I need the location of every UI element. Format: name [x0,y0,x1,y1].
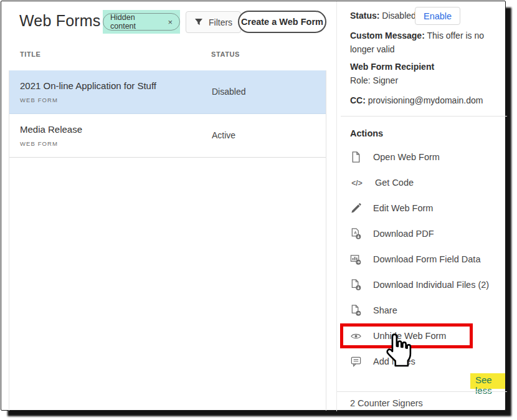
filters-button[interactable]: Filters [186,11,241,33]
action-label: Download PDF [373,229,434,239]
action-open-web-form[interactable]: Open Web Form [350,151,489,163]
column-header-title: TITLE [20,50,41,58]
code-icon: </> [350,176,364,189]
counter-signers-link[interactable]: 2 Counter Signers [350,398,423,408]
table-row[interactable]: Media Release WEB FORM Active [9,114,326,158]
cc-label: CC: [350,95,366,105]
filter-chip-highlight: Hidden content × [103,10,180,34]
action-get-code[interactable]: </> Get Code [350,176,489,189]
action-label: Download Individual Files (2) [373,280,489,290]
download-files-icon [350,279,362,291]
create-web-form-label: Create a Web Form [241,17,323,27]
action-edit-web-form[interactable]: Edit Web Form [350,202,489,214]
role-line: Role: Signer [350,75,398,85]
chip-close-icon[interactable]: × [168,18,173,26]
action-share[interactable]: Share [350,304,489,317]
actions-heading: Actions [350,128,383,138]
see-less-link[interactable]: See less [470,373,505,389]
hand-cursor-icon [383,332,412,375]
row-type-label: WEB FORM [20,140,58,147]
divider [341,116,507,117]
share-icon [350,304,362,317]
row-title: Media Release [20,124,82,135]
action-label: Share [373,305,397,315]
form-field-data-icon [350,253,362,265]
action-download-individual-files[interactable]: Download Individual Files (2) [350,279,489,291]
custom-message-label: Custom Message: [350,31,425,41]
action-download-form-field-data[interactable]: Download Form Field Data [350,253,489,265]
status-line: Status: Disabled [350,11,416,21]
action-add-notes[interactable]: Add Notes [350,355,489,368]
action-label: Edit Web Form [373,203,433,213]
page-title: Web Forms [19,12,101,30]
add-notes-icon [350,355,362,368]
action-download-pdf[interactable]: Download PDF [350,227,489,240]
cc-line: CC: provisioning@mydomain.dom [350,95,483,105]
create-web-form-button[interactable]: Create a Web Form [238,11,326,33]
action-label: Open Web Form [373,152,440,162]
panel-divider [336,1,337,411]
document-icon [350,151,362,163]
status-value: Disabled [382,11,415,21]
cc-value: provisioning@mydomain.dom [368,95,483,105]
hidden-content-filter-chip[interactable]: Hidden content × [103,13,180,31]
row-status: Active [212,130,235,140]
row-title: 2021 On-line Application for Stuff [20,80,156,91]
filter-funnel-icon [194,18,203,27]
status-label: Status: [350,11,379,21]
action-label: Download Form Field Data [373,254,480,264]
column-header-status: STATUS [211,50,240,58]
recipient-heading: Web Form Recipient [350,62,434,72]
web-form-list: 2021 On-line Application for Stuff WEB F… [9,70,326,411]
filter-chip-label: Hidden content [110,13,162,31]
pencil-icon [350,202,362,214]
action-label: Get Code [375,178,414,188]
divider [337,391,507,392]
filters-button-label: Filters [209,17,232,27]
row-status: Disabled [212,87,245,97]
row-type-label: WEB FORM [20,97,58,103]
code-glyph: </> [351,179,362,188]
download-pdf-icon [350,227,362,240]
table-row-selected[interactable]: 2021 On-line Application for Stuff WEB F… [9,70,326,114]
screenshot-frame: Web Forms Hidden content × Filters Creat… [1,1,506,411]
custom-message-line: Custom Message: This offer is no longer … [350,29,508,56]
enable-button[interactable]: Enable [415,7,460,25]
